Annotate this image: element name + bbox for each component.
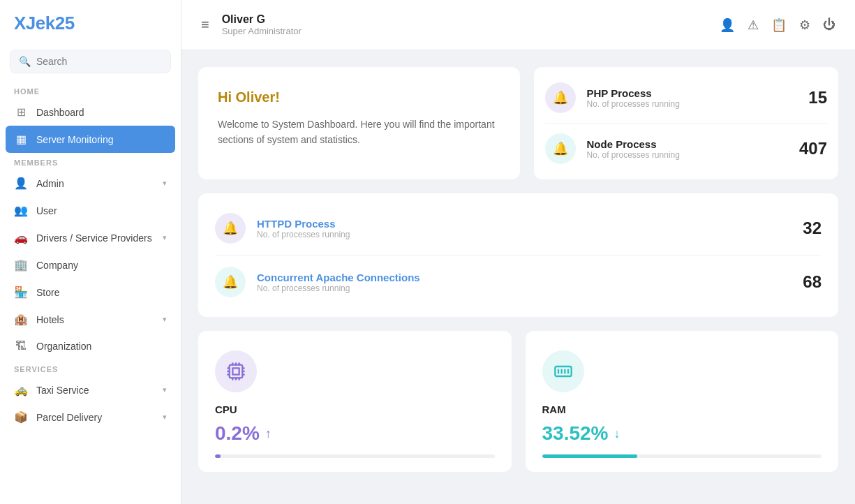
taxi-arrow-icon: ▾: [163, 385, 167, 394]
ram-value-row: 33.52% ↓: [542, 422, 822, 445]
php-process-count: 15: [808, 88, 827, 108]
section-home: HOME: [0, 82, 181, 98]
sidebar-item-drivers-service-providers[interactable]: 🚗 Drivers / Service Providers ▾: [0, 224, 181, 251]
ram-arrow-icon: ↓: [614, 427, 620, 441]
sidebar-label-taxi: Taxi Service: [36, 385, 154, 396]
sidebar-label-dashboard: Dashboard: [36, 107, 167, 118]
php-process-icon: 🔔: [545, 82, 576, 113]
sidebar: XJek25 🔍 HOME ⊞ Dashboard ▦ Server Monit…: [0, 0, 181, 504]
sidebar-item-hotels[interactable]: 🏨 Hotels ▾: [0, 306, 181, 333]
ram-bar: [542, 454, 822, 458]
sidebar-label-server-monitoring: Server Monitoring: [36, 134, 167, 145]
apache-icon: 🔔: [215, 267, 246, 297]
apache-sub: No. of processes running: [257, 283, 791, 293]
row-welcome: Hi Oliver! Welcome to System Dashboard. …: [198, 67, 838, 179]
httpd-sub: No. of processes running: [257, 230, 791, 239]
document-icon[interactable]: 📋: [771, 17, 787, 33]
organization-icon: 🏗: [14, 340, 28, 353]
welcome-message: Welcome to System Dashboard. Here you wi…: [218, 117, 500, 148]
cpu-icon-circle: [215, 350, 257, 392]
ram-icon-circle: [542, 350, 584, 392]
user-info: Oliver G Super Administrator: [222, 13, 302, 36]
sidebar-label-parcel: Parcel Delivery: [36, 412, 154, 423]
admin-icon: 👤: [14, 177, 28, 190]
sidebar-item-user[interactable]: 👥 User: [0, 197, 181, 224]
apache-process-row: 🔔 Concurrent Apache Connections No. of p…: [215, 255, 821, 309]
svg-rect-1: [232, 368, 239, 374]
php-process-name: PHP Process: [587, 87, 798, 99]
logo-text-part1: XJek: [14, 13, 55, 34]
hamburger-button[interactable]: ≡: [201, 17, 209, 33]
sidebar-item-server-monitoring[interactable]: ▦ Server Monitoring: [6, 126, 175, 153]
ram-label: RAM: [542, 403, 822, 415]
sidebar-item-taxi-service[interactable]: 🚕 Taxi Service ▾: [0, 376, 181, 403]
dashboard-icon: ⊞: [14, 105, 28, 119]
cpu-value-row: 0.2% ↑: [215, 422, 495, 445]
sidebar-item-parcel-delivery[interactable]: 📦 Parcel Delivery ▾: [0, 403, 181, 431]
user-role: Super Administrator: [222, 26, 302, 36]
cpu-value: 0.2%: [215, 422, 260, 445]
svg-rect-0: [230, 365, 243, 378]
cpu-arrow-icon: ↑: [265, 427, 272, 441]
server-monitoring-icon: ▦: [14, 133, 28, 146]
sidebar-label-organization: Organization: [36, 341, 167, 352]
welcome-card: Hi Oliver! Welcome to System Dashboard. …: [198, 67, 520, 179]
app-logo: XJek25: [0, 0, 181, 47]
httpd-name: HTTPD Process: [257, 218, 791, 230]
sidebar-label-admin: Admin: [36, 178, 154, 189]
search-box[interactable]: 🔍: [10, 50, 171, 73]
sidebar-item-organization[interactable]: 🏗 Organization: [0, 333, 181, 360]
content-area: Hi Oliver! Welcome to System Dashboard. …: [181, 50, 855, 504]
main-content: ≡ Oliver G Super Administrator 👤 ⚠ 📋 ⚙ ⏻…: [181, 0, 855, 504]
topbar-actions: 👤 ⚠ 📋 ⚙ ⏻: [720, 17, 835, 33]
sidebar-label-hotels: Hotels: [36, 314, 154, 325]
hotels-arrow-icon: ▾: [163, 315, 167, 324]
search-icon: 🔍: [19, 56, 31, 67]
sidebar-label-store: Store: [36, 287, 167, 298]
sidebar-item-dashboard[interactable]: ⊞ Dashboard: [0, 98, 181, 126]
settings-icon[interactable]: ⚙: [799, 17, 810, 33]
cpu-bar: [215, 454, 495, 458]
profile-icon[interactable]: 👤: [720, 17, 735, 33]
user-name: Oliver G: [222, 13, 302, 26]
cpu-bar-fill: [215, 454, 221, 458]
section-services: SERVICES: [0, 360, 181, 376]
httpd-card: 🔔 HTTPD Process No. of processes running…: [198, 193, 838, 317]
node-process-name: Node Process: [587, 138, 788, 150]
row-metrics: CPU 0.2% ↑: [198, 331, 838, 472]
svg-rect-14: [555, 366, 571, 376]
sidebar-item-admin[interactable]: 👤 Admin ▾: [0, 170, 181, 197]
power-icon[interactable]: ⏻: [823, 17, 835, 32]
cpu-card: CPU 0.2% ↑: [198, 331, 512, 472]
sidebar-label-drivers: Drivers / Service Providers: [36, 232, 154, 244]
topbar: ≡ Oliver G Super Administrator 👤 ⚠ 📋 ⚙ ⏻: [181, 0, 855, 50]
topbar-left: ≡ Oliver G Super Administrator: [201, 13, 302, 36]
alert-icon[interactable]: ⚠: [748, 17, 759, 33]
php-process-info: PHP Process No. of processes running: [587, 87, 798, 109]
taxi-icon: 🚕: [14, 383, 28, 396]
sidebar-label-user: User: [36, 205, 167, 216]
apache-info: Concurrent Apache Connections No. of pro…: [257, 272, 791, 293]
logo-text-part2: 25: [55, 13, 75, 34]
company-icon: 🏢: [14, 258, 28, 272]
drivers-arrow-icon: ▾: [163, 233, 167, 242]
parcel-icon: 📦: [14, 410, 28, 424]
welcome-greeting: Hi Oliver!: [218, 89, 500, 105]
sidebar-item-company[interactable]: 🏢 Company: [0, 251, 181, 279]
node-process-icon: 🔔: [545, 133, 576, 164]
search-input[interactable]: [36, 56, 162, 67]
apache-name: Concurrent Apache Connections: [257, 272, 791, 283]
user-icon: 👥: [14, 204, 28, 217]
httpd-count: 32: [803, 218, 821, 238]
process-card: 🔔 PHP Process No. of processes running 1…: [534, 67, 839, 179]
sidebar-item-store[interactable]: 🏪 Store: [0, 279, 181, 306]
ram-value: 33.52%: [542, 422, 609, 445]
php-process-row: 🔔 PHP Process No. of processes running 1…: [545, 73, 828, 124]
ram-bar-fill: [542, 454, 637, 458]
apache-count: 68: [803, 272, 821, 292]
php-process-sub: No. of processes running: [587, 99, 798, 109]
node-process-info: Node Process No. of processes running: [587, 138, 788, 160]
section-members: MEMBERS: [0, 153, 181, 170]
node-process-count: 407: [799, 139, 827, 158]
sidebar-label-company: Company: [36, 260, 167, 271]
